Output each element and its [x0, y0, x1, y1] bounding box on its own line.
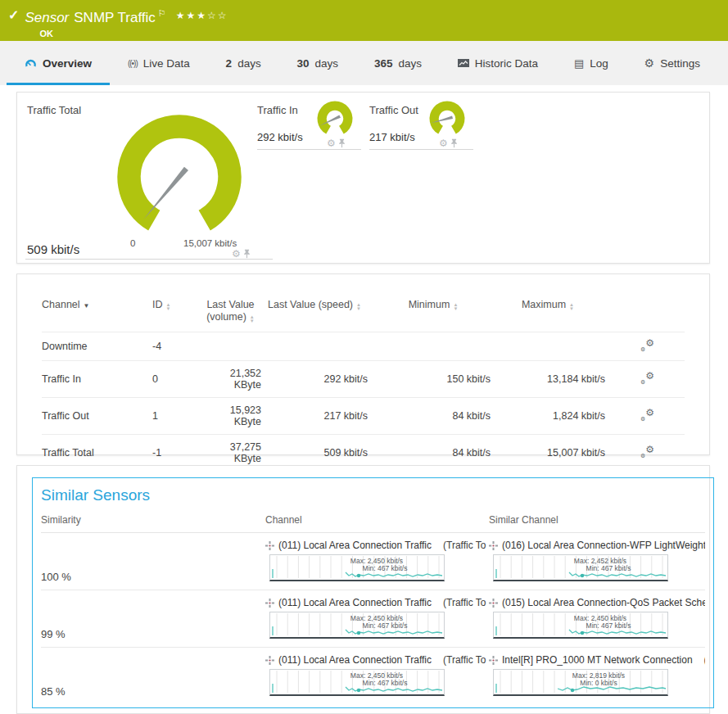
gear-icon: ⚙ [644, 56, 655, 70]
tab-label: Settings [660, 57, 700, 70]
cell-last-volume [200, 332, 261, 361]
move-crosshair-icon[interactable] [265, 656, 274, 665]
tab-label: days [398, 57, 422, 70]
gauge-corner-icons[interactable]: ⚙ [439, 138, 458, 149]
channel-name[interactable]: (011) Local Area Connection Traffic [278, 654, 432, 666]
similar-channel-cell: (016) Local Area Connection-WFP LightWei… [489, 533, 705, 590]
similar-channel-name[interactable]: (016) Local Area Connection-WFP LightWei… [502, 540, 705, 551]
gear-icon[interactable]: ⚙ [327, 138, 336, 149]
channel-mini-graph[interactable]: Max: 2,450 kbit/s Min: 467 kbit/s [269, 669, 445, 696]
similar-channel-mini-graph[interactable]: Max: 2,819 kbit/s Min: 0 kbit/s [493, 669, 668, 696]
gear-icon[interactable]: ⚙ [439, 138, 448, 149]
tab-live-data[interactable]: ((•)) Live Data [121, 41, 197, 85]
priority-stars[interactable]: ★★★☆☆ [176, 10, 228, 21]
tab-30-days[interactable]: 30 days [291, 41, 346, 85]
graph-min-label: Min: 467 kbit/s [363, 621, 408, 630]
tab-number: 2 [226, 57, 233, 70]
tab-bar: Overview ((•)) Live Data 2 days 30 days … [0, 41, 728, 85]
cell-minimum: 84 kbit/s [376, 398, 491, 435]
column-header-label: Channel [42, 299, 80, 310]
pin-icon[interactable] [450, 138, 458, 148]
move-crosshair-icon[interactable] [265, 599, 274, 608]
move-crosshair-icon[interactable] [489, 541, 498, 550]
cell-id: 1 [152, 398, 200, 435]
column-header-label: Minimum [409, 299, 450, 310]
column-header-label: Last Value (speed) [268, 299, 353, 310]
column-header-last-volume[interactable]: Last Value (volume)▲▼ [200, 296, 261, 332]
sensor-title-line: SensorSNMP Traffic⚐★★★☆☆ [25, 5, 228, 27]
similarity-value: 99 % [41, 590, 265, 647]
live-data-icon: ((•)) [128, 59, 138, 68]
similar-channel-name-line: Intel[R] PRO_1000 MT Network Connection … [489, 653, 705, 667]
status-badge: OK [39, 29, 228, 38]
channel-name-line: (011) Local Area Connection Traffic (Tra… [265, 596, 489, 609]
cell-id: 0 [152, 361, 200, 398]
gear-icon[interactable]: ⚙ [232, 248, 241, 260]
tab-label: days [237, 57, 261, 70]
traffic-in-label: Traffic In [257, 104, 298, 116]
tab-historic-data[interactable]: Historic Data [451, 41, 545, 85]
channel-cell: (011) Local Area Connection Traffic (Tra… [265, 648, 489, 704]
similar-channel-mini-graph[interactable]: Max: 2,450 kbit/s Min: 467 kbit/s [493, 612, 668, 639]
similar-sensors-panel: Similar Sensors Similarity Channel Simil… [16, 465, 710, 714]
gauge-corner-icons[interactable]: ⚙ [327, 138, 346, 149]
sort-icon: ▲▼ [569, 303, 574, 311]
cell-minimum: 150 kbit/s [376, 361, 491, 398]
graph-min-label: Min: 467 kbit/s [586, 564, 631, 572]
channel-name[interactable]: (011) Local Area Connection Traffic [278, 597, 432, 608]
channel-mini-graph[interactable]: Max: 2,450 kbit/s Min: 467 kbit/s [269, 554, 445, 581]
channel-name-line: (011) Local Area Connection Traffic (Tra… [265, 539, 489, 552]
cell-channel: Downtime [42, 332, 152, 361]
pin-icon[interactable] [243, 249, 251, 259]
column-header-label: Last Value (volume) [206, 299, 254, 323]
pin-icon[interactable] [338, 138, 346, 148]
tab-overview[interactable]: Overview [18, 41, 98, 85]
channel-settings-gears-icon[interactable]: ⚙⚙ [640, 339, 654, 351]
sensor-page: ✓ SensorSNMP Traffic⚐★★★☆☆ OK Overview (… [0, 0, 728, 714]
similar-channel-cell: Intel[R] PRO_1000 MT Network Connection … [489, 648, 705, 704]
similarity-value: 85 % [41, 648, 265, 704]
channel-table-panel: Channel▼ ID▲▼ Last Value (volume)▲▼ Last… [16, 273, 710, 455]
channel-settings-gears-icon[interactable]: ⚙⚙ [640, 409, 654, 421]
channel-settings-gears-icon[interactable]: ⚙⚙ [640, 445, 654, 458]
traffic-out-label: Traffic Out [369, 104, 418, 116]
column-header-maximum[interactable]: Maximum▲▼ [491, 296, 610, 332]
similarity-value: 100 % [41, 533, 265, 590]
similar-channel-name[interactable]: Intel[R] PRO_1000 MT Network Connection [502, 654, 693, 666]
tab-settings[interactable]: ⚙ Settings [638, 41, 707, 85]
channel-settings-gears-icon[interactable]: ⚙⚙ [640, 372, 654, 384]
traffic-out-value: 217 kbit/s [369, 131, 415, 143]
tab-label: Log [590, 57, 608, 70]
cell-id: -4 [152, 332, 200, 361]
move-crosshair-icon[interactable] [489, 599, 498, 608]
graph-min-label: Min: 0 kbit/s [580, 679, 617, 687]
divider [369, 149, 473, 150]
channel-mini-graph[interactable]: Max: 2,450 kbit/s Min: 467 kbit/s [269, 612, 445, 639]
tab-label: days [315, 57, 339, 70]
gauge-corner-icons[interactable]: ⚙ [232, 248, 251, 260]
channel-name[interactable]: (011) Local Area Connection Traffic [278, 540, 432, 551]
tab-2-days[interactable]: 2 days [219, 41, 268, 85]
tab-label: Historic Data [475, 57, 538, 70]
column-header-last-speed[interactable]: Last Value (speed)▲▼ [261, 296, 376, 332]
similar-channel-mini-graph[interactable]: Max: 2,452 kbit/s Min: 467 kbit/s [493, 554, 668, 581]
tab-log[interactable]: ▤ Log [567, 41, 615, 85]
historic-data-icon [458, 58, 469, 68]
cell-channel: Traffic Out [42, 398, 152, 435]
sensor-type-label: Sensor [25, 10, 69, 25]
divider [257, 149, 361, 150]
channel-name-suffix: (Traffic To [443, 654, 486, 666]
tab-label: Live Data [143, 57, 190, 70]
tab-365-days[interactable]: 365 days [368, 41, 428, 85]
table-row-downtime: Downtime -4 ⚙⚙ [42, 332, 685, 361]
column-header-channel[interactable]: Channel▼ [42, 296, 152, 332]
column-header-channel: Channel [265, 514, 489, 526]
column-header-minimum[interactable]: Minimum▲▼ [376, 296, 491, 332]
move-crosshair-icon[interactable] [489, 656, 498, 665]
traffic-in-gauge [314, 99, 356, 138]
flag-icon[interactable]: ⚐ [158, 8, 166, 18]
move-crosshair-icon[interactable] [265, 541, 274, 550]
similar-channel-name[interactable]: (015) Local Area Connection-QoS Packet S… [502, 597, 705, 608]
column-header-id[interactable]: ID▲▼ [152, 296, 200, 332]
table-row-traffic-out: Traffic Out 1 15,923 KByte 217 kbit/s 84… [42, 398, 685, 435]
